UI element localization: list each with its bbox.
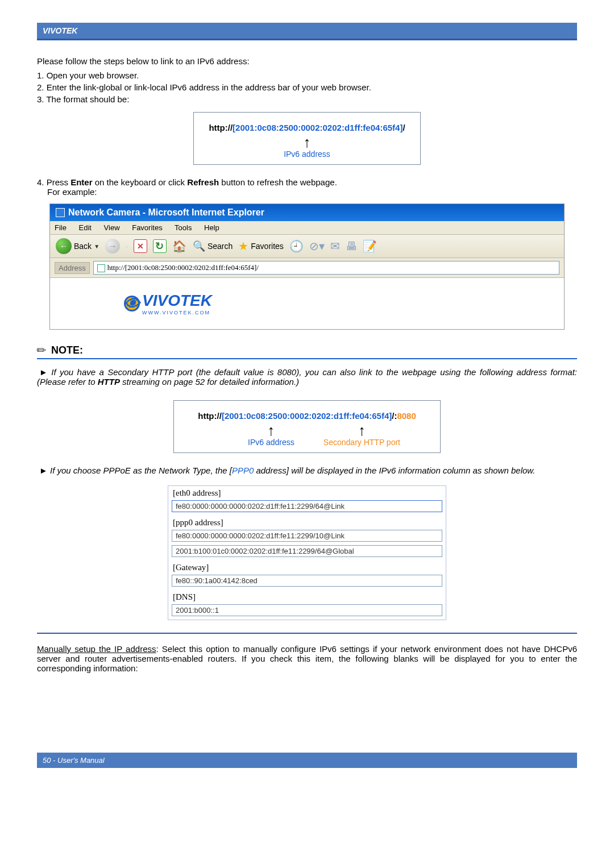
url2-port: 8080 <box>397 411 416 421</box>
url2-addr: 2001:0c08:2500:0002:0202:d1ff:fe04:65f4 <box>225 411 389 421</box>
ppp0-value-1: fe80:0000:0000:0000:0202:d1ff:fe11:2299/… <box>172 530 442 542</box>
eth0-value: fe80:0000:0000:0000:0202:d1ff:fe11:2299/… <box>172 500 442 512</box>
stop-button[interactable]: ✕ <box>134 239 147 253</box>
ie-titlebar: Network Camera - Microsoft Internet Expl… <box>50 204 564 221</box>
dns-label: [DNS] <box>168 590 446 604</box>
ie-title-text: Network Camera - Microsoft Internet Expl… <box>68 207 264 218</box>
url2-label-addr: IPv6 address <box>248 438 294 447</box>
menu-tools[interactable]: Tools <box>175 223 192 232</box>
note-label: NOTE: <box>51 344 83 356</box>
arrow-up-icon: ↑ <box>358 423 366 438</box>
manual-setup-title: Manually setup the IP address <box>37 644 156 654</box>
print-button[interactable]: 🖶 <box>346 240 357 253</box>
favorites-button[interactable]: ★Favorites <box>238 239 284 253</box>
ie-app-icon <box>56 208 65 217</box>
chevron-down-icon: ▼ <box>94 243 99 250</box>
note-paragraph-1: ► If you have a Secondary HTTP port (the… <box>37 367 577 387</box>
edit-button[interactable]: 📝 <box>363 239 377 253</box>
step-2: 2. Enter the link-global or link-local I… <box>37 82 577 92</box>
eth0-label: [eth0 address] <box>168 486 446 500</box>
ppp0-label: [ppp0 address] <box>168 516 446 530</box>
url2-label-port: Secondary HTTP port <box>323 438 400 447</box>
header-brand: VIVOTEK <box>37 23 577 39</box>
manual-setup-paragraph: Manually setup the IP address: Select th… <box>37 644 577 673</box>
header-underline <box>37 39 577 40</box>
search-icon: 🔍 <box>193 240 205 252</box>
arrow-up-icon: ↑ <box>267 423 275 438</box>
arrow-up-icon: ↑ <box>202 135 412 149</box>
step-1: 1. Open your web browser. <box>37 70 577 80</box>
address-input[interactable]: http://[2001:0c08:2500:0002:0202:d1ff:fe… <box>93 261 559 275</box>
logo-eye-icon: 👁 <box>124 296 140 312</box>
menu-favorites[interactable]: Favorites <box>132 223 162 232</box>
url1-prefix: http:// <box>209 123 233 132</box>
menu-help[interactable]: Help <box>204 223 219 232</box>
dns-value: 2001:b000::1 <box>172 604 442 616</box>
ppp0-value-2: 2001:b100:01c0:0002:0202:d1ff:fe11:2299/… <box>172 545 442 557</box>
address-label: Address <box>55 262 90 274</box>
step-4: 4. Press Enter on the keyboard or click … <box>37 177 577 187</box>
url2-prefix: http:// <box>198 411 222 421</box>
menu-edit[interactable]: Edit <box>79 223 92 232</box>
note-paragraph-2: ► If you choose PPPoE as the Network Typ… <box>37 466 577 475</box>
url1-addr: 2001:0c08:2500:0002:0202:d1ff:fe04:65f4 <box>235 123 400 132</box>
step-3: 3. The format should be: <box>37 94 577 104</box>
ie-page-body: 👁 VIVOTEK WWW.VIVOTEK.COM <box>50 278 564 329</box>
back-arrow-icon: ← <box>56 238 72 254</box>
url-format-box-2: http://[2001:0c08:2500:0002:0202:d1ff:fe… <box>173 400 441 453</box>
ie-window: Network Camera - Microsoft Internet Expl… <box>49 203 565 330</box>
home-button[interactable]: 🏠 <box>172 239 187 254</box>
star-icon: ★ <box>238 239 248 253</box>
menu-view[interactable]: View <box>104 223 120 232</box>
url1-suffix: / <box>403 123 405 132</box>
vivotek-logo: 👁 VIVOTEK WWW.VIVOTEK.COM <box>124 292 212 315</box>
ie-menubar: File Edit View Favorites Tools Help <box>50 221 564 235</box>
mail-button[interactable]: ✉ <box>330 239 340 253</box>
gateway-label: [Gateway] <box>168 560 446 575</box>
url-format-box-1: http://[2001:0c08:2500:0002:0202:d1ff:fe… <box>193 112 421 165</box>
page-icon <box>97 264 105 272</box>
ipv6-info-panel: [eth0 address] fe80:0000:0000:0000:0202:… <box>168 485 446 620</box>
page-footer: 50 - User's Manual <box>37 753 577 768</box>
forward-button[interactable]: → <box>105 239 120 254</box>
ie-addressbar: Address http://[2001:0c08:2500:0002:0202… <box>50 258 564 278</box>
intro-lead: Please follow the steps below to link to… <box>37 56 577 66</box>
back-button[interactable]: ← Back ▼ <box>56 238 99 254</box>
refresh-button[interactable]: ↻ <box>153 239 167 253</box>
url1-label: IPv6 address <box>202 149 412 159</box>
menu-file[interactable]: File <box>55 223 67 232</box>
pencil-icon: ✎ <box>34 342 50 359</box>
ie-toolbar: ← Back ▼ → · ✕ ↻ 🏠 🔍Search ★Favorites 🕘 … <box>50 235 564 258</box>
section-divider <box>37 633 577 634</box>
step-4-example: For example: <box>47 187 577 197</box>
media-button[interactable]: ⊘▾ <box>309 239 325 253</box>
gateway-value: fe80::90:1a00:4142:8ced <box>172 575 442 587</box>
search-button[interactable]: 🔍Search <box>193 240 233 252</box>
history-button[interactable]: 🕘 <box>289 239 304 253</box>
note-heading: ✎ NOTE: <box>37 343 577 359</box>
